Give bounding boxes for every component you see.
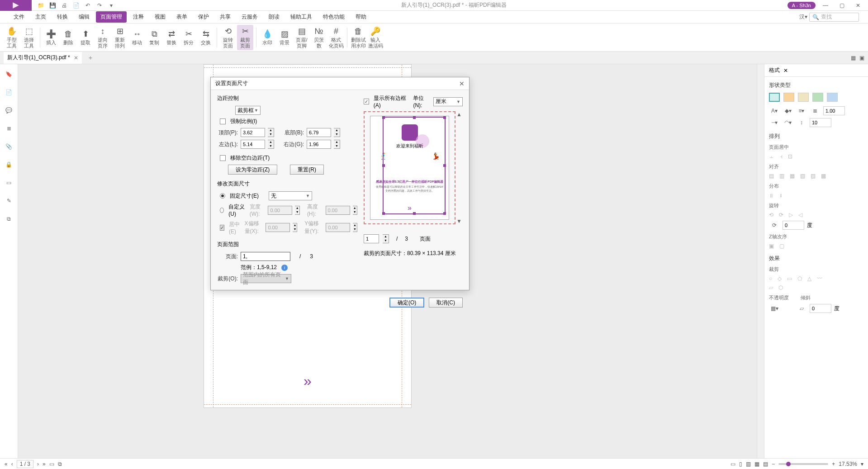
first-page-icon[interactable]: « <box>5 461 8 467</box>
menu-edit[interactable]: 编辑 <box>74 11 94 23</box>
zero-margin-button[interactable]: 设为零边距(Z) <box>228 165 277 175</box>
swatch-0[interactable] <box>769 93 780 102</box>
crop-box-select[interactable]: 裁剪框▼ <box>235 106 261 115</box>
security-icon[interactable]: 🔒 <box>5 160 14 169</box>
redo-icon[interactable]: ↷ <box>96 2 103 9</box>
print-icon[interactable]: 🖨 <box>61 2 68 9</box>
fixed-select[interactable]: 无▼ <box>269 191 312 200</box>
ribbon-提取[interactable]: ⬆提取 <box>77 25 94 50</box>
maximize-icon[interactable]: ▢ <box>835 1 848 10</box>
preview-box[interactable]: 欢迎来到福昕 🕺 💃 感谢您如全球6.5亿用户一样信任福昕PDF编辑器 使用编辑… <box>364 111 455 224</box>
lang-icon[interactable]: 汉▾ <box>799 13 807 21</box>
panel-tab-label[interactable]: 格式 <box>769 66 780 74</box>
doc-tab[interactable]: 新人引导(1)_OCR(3).pdf * ✕ <box>4 52 82 64</box>
ribbon-插入[interactable]: ➕插入 <box>43 25 59 50</box>
signature-icon[interactable]: ✎ <box>5 196 14 205</box>
fill-icon[interactable]: ◆▾ <box>783 106 793 115</box>
close-tab-icon[interactable]: ✕ <box>74 55 78 61</box>
ribbon-旋转-页面[interactable]: ⟲旋转页面 <box>220 25 236 50</box>
info-icon[interactable]: i <box>281 265 288 271</box>
ribbon-重新-排列[interactable]: ⊞重新排列 <box>112 25 128 50</box>
font-color-icon[interactable]: A▾ <box>769 106 780 115</box>
top-spinner[interactable]: ▲▼ <box>268 128 274 137</box>
custom-radio[interactable] <box>220 208 224 213</box>
preview-scroll-down[interactable]: ▼ <box>456 218 463 224</box>
add-tab-icon[interactable]: ＋ <box>87 54 94 62</box>
ribbon-选择-工具[interactable]: ⬚选择工具 <box>21 25 37 50</box>
ribbon-输入-激活码[interactable]: 🔑输入激活码 <box>367 25 384 50</box>
view-mode-2[interactable]: ▯ <box>739 461 742 467</box>
page-view-icon-2[interactable]: ⧉ <box>58 461 62 467</box>
undo-icon[interactable]: ↶ <box>84 2 91 9</box>
swatch-3[interactable] <box>812 93 823 102</box>
angle-input[interactable] <box>783 221 804 230</box>
preview-page-input[interactable] <box>364 234 379 243</box>
layers-icon[interactable]: ≣ <box>5 124 14 133</box>
fixed-radio[interactable] <box>220 193 225 199</box>
menu-view[interactable]: 视图 <box>150 11 170 23</box>
zoom-out-icon[interactable]: − <box>772 461 775 467</box>
ribbon-复制[interactable]: ⧉复制 <box>146 25 162 50</box>
line-style-icon[interactable]: ≡▾ <box>796 106 807 115</box>
right-input[interactable] <box>307 140 331 149</box>
view-mode-5[interactable]: ▤ <box>763 461 768 467</box>
bottom-input[interactable] <box>307 128 331 137</box>
menu-convert[interactable]: 转换 <box>52 11 72 23</box>
arc-input[interactable] <box>810 118 831 127</box>
swatch-2[interactable] <box>798 93 809 102</box>
ribbon-删除[interactable]: 🗑删除 <box>60 25 76 50</box>
view-mode-1[interactable]: ▭ <box>730 461 735 467</box>
close-panel-icon[interactable]: ✕ <box>783 67 788 74</box>
menu-share[interactable]: 共享 <box>215 11 235 23</box>
pages-icon[interactable]: 📄 <box>5 88 14 97</box>
view-mode-4[interactable]: ▦ <box>754 461 759 467</box>
dash-icon[interactable]: ┄▾ <box>769 118 780 127</box>
line-weight-icon[interactable]: ≣ <box>810 106 821 115</box>
swatch-4[interactable] <box>827 93 838 102</box>
swatch-1[interactable] <box>783 93 794 102</box>
fields-icon[interactable]: ▭ <box>5 178 14 187</box>
left-spinner[interactable]: ▲▼ <box>268 140 274 149</box>
cancel-button[interactable]: 取消(C) <box>429 298 463 308</box>
prev-page-icon[interactable]: ‹ <box>11 461 13 467</box>
ribbon-页眉/-页脚[interactable]: ▤页眉/页脚 <box>294 25 310 50</box>
opacity-icon[interactable]: ▦▾ <box>769 304 780 313</box>
ribbon-水印[interactable]: 💧水印 <box>259 25 275 50</box>
view-grid-icon[interactable]: ▦ <box>851 55 856 61</box>
arc-icon[interactable]: ◠▾ <box>783 118 793 127</box>
bookmark-icon[interactable]: 🔖 <box>5 70 14 79</box>
ribbon-格式-化页码[interactable]: #格式化页码 <box>328 25 344 50</box>
ribbon-删除试-用水印[interactable]: 🗑删除试用水印 <box>350 25 366 50</box>
page-view-icon-1[interactable]: ▭ <box>49 461 54 467</box>
line-width-input[interactable] <box>823 106 845 115</box>
view-panel-icon[interactable]: ▣ <box>859 55 864 61</box>
ribbon-背景[interactable]: ▨背景 <box>276 25 293 50</box>
arrow-icon[interactable]: ↕ <box>796 118 807 127</box>
zoom-value[interactable]: 17.53% <box>839 461 857 467</box>
vertical-scrollbar[interactable] <box>757 64 764 458</box>
menu-file[interactable]: 文件 <box>9 11 29 23</box>
minimize-icon[interactable]: — <box>819 1 832 10</box>
doc-icon[interactable]: 📄 <box>72 2 80 9</box>
more-sidebar-icon[interactable]: ⧉ <box>5 214 14 223</box>
menu-home[interactable]: 主页 <box>31 11 51 23</box>
reset-button[interactable]: 重置(R) <box>290 165 324 175</box>
search-input[interactable]: 🔍 查找 <box>809 13 859 22</box>
ribbon-手型-工具[interactable]: ✋手型工具 <box>4 25 20 50</box>
menu-help[interactable]: 帮助 <box>351 11 371 23</box>
menu-protect[interactable]: 保护 <box>194 11 213 23</box>
more-icon[interactable]: ▾ <box>108 2 115 9</box>
top-input[interactable] <box>241 128 265 137</box>
ok-button[interactable]: 确定(O) <box>389 298 424 308</box>
zoom-slider[interactable] <box>778 463 828 465</box>
view-mode-3[interactable]: ▥ <box>746 461 751 467</box>
ribbon-移动[interactable]: ↔移动 <box>129 25 145 50</box>
left-input[interactable] <box>241 140 265 149</box>
ribbon-替换[interactable]: ⇄替换 <box>163 25 180 50</box>
menu-read[interactable]: 朗读 <box>264 11 284 23</box>
ratio-checkbox[interactable] <box>220 118 226 124</box>
ribbon-逆向-页序[interactable]: ↕逆向页序 <box>95 25 111 50</box>
right-spinner[interactable]: ▲▼ <box>334 140 340 149</box>
unit-select[interactable]: 厘米▼ <box>433 97 463 106</box>
ribbon-拆分[interactable]: ✂拆分 <box>180 25 197 50</box>
